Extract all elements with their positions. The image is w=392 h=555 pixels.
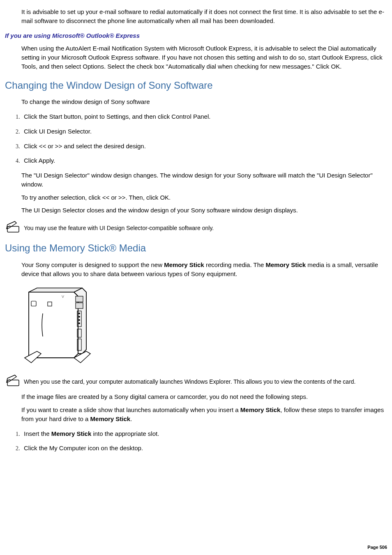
svg-point-9	[78, 313, 80, 314]
pencil-note-icon	[5, 220, 21, 234]
slide-show-paragraph: If you want to create a slide show that …	[21, 405, 387, 424]
step-3: Click << or >> and select the desired de…	[21, 142, 387, 151]
intro-paragraph: It is advisable to set up your e-mail so…	[21, 7, 387, 25]
steps-list-ui-design: Click the Start button, point to Setting…	[10, 112, 387, 165]
computer-tower-illustration: V	[21, 285, 95, 367]
text-fragment: If you want to create a slide show that …	[21, 406, 240, 413]
text-fragment: .	[130, 415, 132, 422]
note-ui-design: You may use the feature with UI Design S…	[5, 220, 387, 234]
bold-memory-stick: Memory Stick	[51, 430, 92, 437]
note-text: You may use the feature with UI Design S…	[24, 220, 387, 233]
pencil-note-icon	[5, 373, 21, 387]
memory-stick-intro: Your Sony computer is designed to suppor…	[21, 260, 387, 279]
svg-rect-0	[7, 226, 19, 232]
text-fragment: recording media. The	[204, 261, 266, 268]
bold-memory-stick: Memory Stick	[266, 261, 306, 268]
ui-design-paragraph-3: The UI Design Selector closes and the wi…	[21, 206, 387, 215]
note-windows-explorer: When you use the card, your computer aut…	[5, 373, 387, 387]
bold-memory-stick: Memory Stick	[240, 406, 281, 413]
svg-rect-7	[76, 303, 83, 309]
step-1: Click the Start button, point to Setting…	[21, 112, 387, 121]
text-fragment: into the appropriate slot.	[91, 430, 159, 437]
svg-rect-6	[76, 296, 83, 302]
step-4: Click Apply.	[21, 156, 387, 165]
svg-text:V: V	[62, 295, 64, 299]
outlook-paragraph: When using the AutoAlert E-mail Notifica…	[21, 44, 387, 71]
svg-marker-3	[29, 288, 82, 292]
step-1: Insert the Memory Stick into the appropr…	[21, 429, 387, 438]
step-2: Click UI Design Selector.	[21, 127, 387, 136]
bold-memory-stick: Memory Stick	[164, 261, 204, 268]
ui-design-paragraph-1: The "UI Design Selector" window design c…	[21, 171, 387, 189]
outlook-subheading: If you are using Microsoft® Outlook® Exp…	[5, 31, 387, 40]
svg-point-12	[78, 322, 80, 324]
svg-rect-18	[7, 380, 19, 386]
steps-list-memory-stick: Insert the Memory Stick into the appropr…	[10, 429, 387, 453]
text-fragment: Your Sony computer is designed to suppor…	[21, 261, 164, 268]
text-fragment: Insert the	[24, 430, 51, 437]
heading-memory-stick: Using the Memory Stick® Media	[5, 241, 387, 256]
bold-memory-stick: Memory Stick	[90, 415, 131, 422]
svg-point-11	[78, 319, 80, 321]
heading-changing-window-design: Changing the Window Design of Sony Softw…	[5, 78, 387, 93]
step-2: Click the My Computer icon on the deskto…	[21, 444, 387, 453]
svg-point-10	[78, 316, 80, 318]
note-text: When you use the card, your computer aut…	[24, 373, 387, 386]
ui-design-paragraph-2: To try another selection, click << or >>…	[21, 193, 387, 202]
to-change-paragraph: To change the window design of Sony soft…	[21, 97, 387, 106]
if-image-files-paragraph: If the image files are created by a Sony…	[21, 392, 387, 401]
